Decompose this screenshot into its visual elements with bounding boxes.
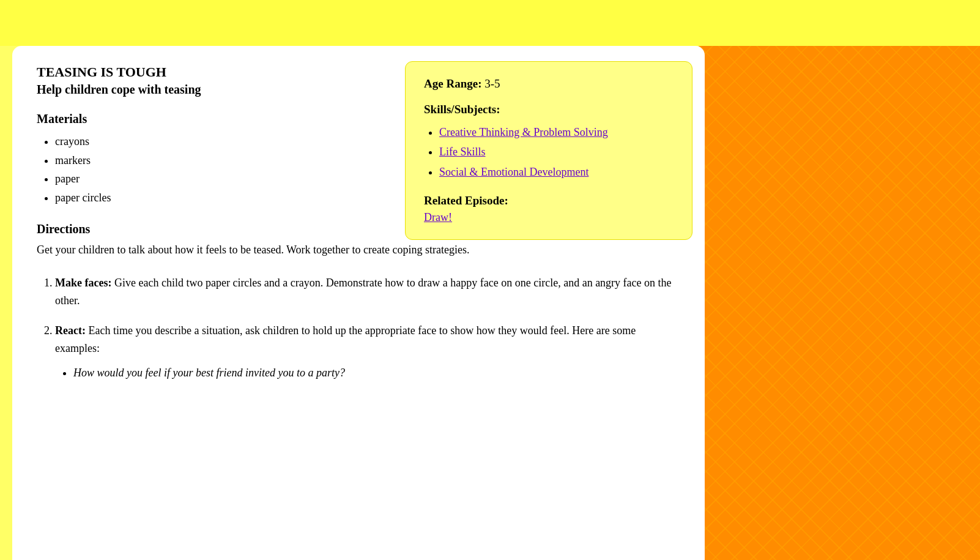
page-wrapper: TEASING IS TOUGH Help children cope with…	[0, 0, 980, 560]
directions-text: Get your children to talk about how it f…	[37, 241, 680, 259]
example-item: How would you feel if your best friend i…	[73, 364, 680, 382]
step-2-label: React:	[55, 324, 86, 337]
related-episode-link[interactable]: Draw!	[424, 211, 452, 223]
step-1: Make faces: Give each child two paper ci…	[55, 274, 680, 310]
top-bar	[0, 0, 980, 46]
skill-link-1[interactable]: Creative Thinking & Problem Solving	[439, 126, 608, 138]
skill-item-2: Life Skills	[439, 142, 674, 162]
waffle-pattern	[699, 0, 980, 560]
examples-list: How would you feel if your best friend i…	[55, 364, 680, 382]
skills-list: Creative Thinking & Problem Solving Life…	[424, 122, 674, 182]
skill-item-1: Creative Thinking & Problem Solving	[439, 122, 674, 142]
age-range-label: Age Range:	[424, 77, 481, 90]
age-range-value: 3-5	[484, 77, 500, 90]
age-range-line: Age Range: 3-5	[424, 77, 674, 91]
steps-list: Make faces: Give each child two paper ci…	[37, 274, 680, 382]
related-heading: Related Episode:	[424, 194, 674, 207]
skill-link-3[interactable]: Social & Emotional Development	[439, 166, 588, 178]
skill-item-3: Social & Emotional Development	[439, 162, 674, 182]
related-link-container: Draw!	[424, 211, 674, 224]
skill-link-2[interactable]: Life Skills	[439, 146, 486, 158]
info-box: Age Range: 3-5 Skills/Subjects: Creative…	[405, 61, 692, 240]
step-2: React: Each time you describe a situatio…	[55, 322, 680, 382]
step-2-text: Each time you describe a situation, ask …	[55, 324, 636, 354]
skills-heading: Skills/Subjects:	[424, 103, 674, 116]
step-1-text: Give each child two paper circles and a …	[55, 277, 672, 307]
step-1-label: Make faces:	[55, 277, 111, 289]
